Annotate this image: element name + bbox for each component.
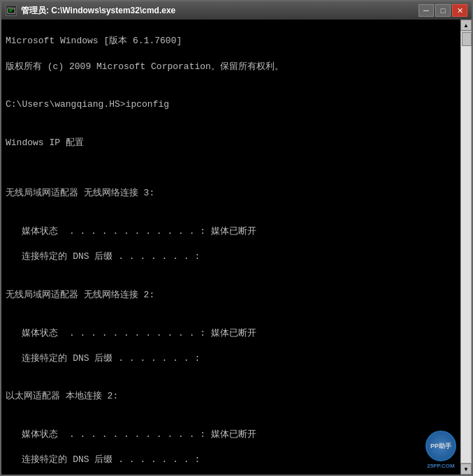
- section2-header: 无线局域网适配器 无线网络连接 2:: [6, 289, 456, 302]
- watermark-circle: PP助手: [425, 431, 456, 461]
- scroll-track[interactable]: [460, 31, 472, 463]
- window-controls: ─ □ ✕: [419, 4, 467, 17]
- window-title: 管理员: C:\Windows\system32\cmd.exe: [21, 5, 419, 17]
- cmd-output[interactable]: Microsoft Windows [版本 6.1.7600] 版权所有 (c)…: [1, 20, 460, 475]
- minimize-button[interactable]: ─: [419, 4, 434, 17]
- section3-media: 媒体状态 . . . . . . . . . . . . : 媒体已断开: [6, 429, 456, 441]
- section3-dns: 连接特定的 DNS 后缀 . . . . . . . :: [6, 454, 456, 466]
- line-win-version: Microsoft Windows [版本 6.1.7600]: [6, 35, 456, 47]
- section1-media: 媒体状态 . . . . . . . . . . . . : 媒体已断开: [6, 225, 456, 238]
- watermark-label: PP助手: [430, 442, 451, 450]
- cmd-window: 管理员: C:\Windows\system32\cmd.exe ─ □ ✕ M…: [0, 0, 473, 476]
- app-icon: [6, 5, 17, 16]
- scroll-thumb[interactable]: [462, 32, 472, 46]
- watermark: PP助手 25PP.COM: [425, 431, 456, 469]
- cmd-body: Microsoft Windows [版本 6.1.7600] 版权所有 (c)…: [1, 20, 472, 475]
- section2-dns: 连接特定的 DNS 后缀 . . . . . . . :: [6, 352, 456, 365]
- line-win-ip: Windows IP 配置: [6, 137, 456, 149]
- line-prompt: C:\Users\wangqiang.HS>ipconfig: [6, 98, 456, 111]
- close-button[interactable]: ✕: [452, 4, 467, 17]
- maximize-button[interactable]: □: [435, 4, 451, 17]
- titlebar: 管理员: C:\Windows\system32\cmd.exe ─ □ ✕: [1, 1, 472, 20]
- scroll-down-arrow[interactable]: ▼: [460, 463, 472, 475]
- section1-dns: 连接特定的 DNS 后缀 . . . . . . . :: [6, 251, 456, 263]
- section1-header: 无线局域网适配器 无线网络连接 3:: [6, 187, 456, 200]
- svg-rect-1: [8, 7, 10, 9]
- scroll-up-arrow[interactable]: ▲: [460, 20, 472, 31]
- section3-header: 以太网适配器 本地连接 2:: [6, 390, 456, 403]
- line-copyright: 版权所有 (c) 2009 Microsoft Corporation。保留所有…: [6, 61, 456, 73]
- section2-media: 媒体状态 . . . . . . . . . . . . : 媒体已断开: [6, 327, 456, 340]
- scrollbar[interactable]: ▲ ▼: [460, 20, 472, 475]
- watermark-url: 25PP.COM: [427, 463, 454, 469]
